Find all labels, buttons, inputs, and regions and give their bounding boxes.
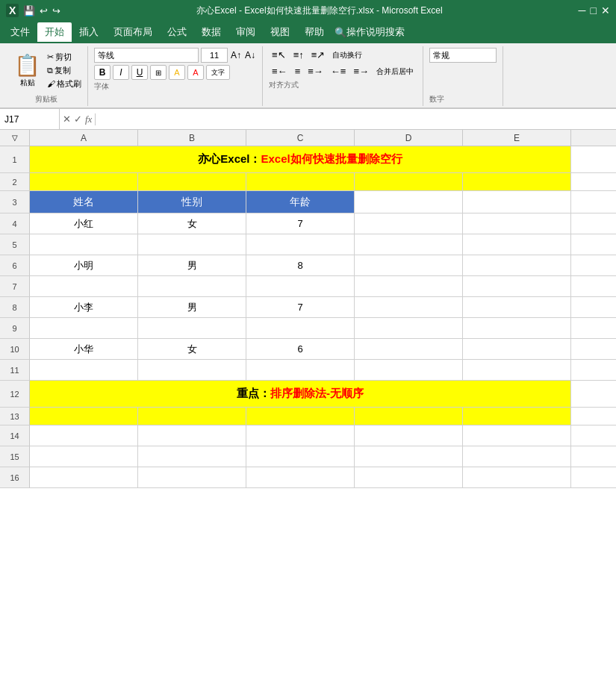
- row-header-14[interactable]: 14: [0, 425, 30, 446]
- phonetic-button[interactable]: 文字: [206, 65, 230, 80]
- cell-d8[interactable]: [355, 297, 463, 318]
- cell-b7[interactable]: [138, 276, 246, 297]
- cell-e14[interactable]: [463, 425, 571, 446]
- close-icon[interactable]: ✕: [601, 4, 610, 16]
- cell-e5[interactable]: [463, 234, 571, 255]
- cell-d15[interactable]: [355, 446, 463, 467]
- cell-b3[interactable]: 性别: [138, 191, 246, 213]
- cell-e13[interactable]: [463, 408, 571, 425]
- search-hint[interactable]: 操作说明搜索: [346, 25, 405, 39]
- menu-item-home[interactable]: 开始: [37, 22, 72, 42]
- cell-a5[interactable]: [30, 234, 138, 255]
- cell-c2[interactable]: [246, 173, 355, 191]
- quick-redo-icon[interactable]: ↪: [52, 5, 60, 16]
- cell-b14[interactable]: [138, 425, 246, 446]
- cell-b9[interactable]: [138, 318, 246, 339]
- row-header-8[interactable]: 8: [0, 297, 30, 318]
- name-box[interactable]: [4, 114, 55, 125]
- font-size-input[interactable]: [201, 48, 228, 63]
- cell-c13[interactable]: [246, 408, 355, 425]
- cell-c4[interactable]: 7: [246, 213, 355, 234]
- cell-c10[interactable]: 6: [246, 339, 355, 360]
- cell-c9[interactable]: [246, 318, 355, 339]
- cell-b16[interactable]: [138, 467, 246, 488]
- cell-b8[interactable]: 男: [138, 297, 246, 318]
- cell-a6[interactable]: 小明: [30, 255, 138, 276]
- cell-e3[interactable]: [463, 191, 571, 213]
- cell-a8[interactable]: 小李: [30, 297, 138, 318]
- cell-b15[interactable]: [138, 446, 246, 467]
- font-size-decrease-button[interactable]: A↓: [244, 49, 256, 61]
- cell-d10[interactable]: [355, 339, 463, 360]
- align-center-button[interactable]: ≡: [292, 64, 304, 78]
- wrap-text-button[interactable]: 自动换行: [329, 49, 365, 62]
- number-format-input[interactable]: [429, 48, 497, 63]
- quick-undo-icon[interactable]: ↩: [40, 5, 48, 16]
- col-header-e[interactable]: E: [463, 130, 571, 146]
- confirm-formula-icon[interactable]: ✓: [74, 113, 82, 125]
- cell-e9[interactable]: [463, 318, 571, 339]
- menu-item-formula[interactable]: 公式: [160, 22, 194, 42]
- cell-e7[interactable]: [463, 276, 571, 297]
- col-header-b[interactable]: B: [138, 130, 246, 146]
- cell-c16[interactable]: [246, 467, 355, 488]
- cell-a11[interactable]: [30, 360, 138, 381]
- cell-b4[interactable]: 女: [138, 213, 246, 234]
- fill-color-button[interactable]: A: [169, 65, 185, 80]
- col-header-a[interactable]: A: [30, 130, 138, 146]
- cell-a7[interactable]: [30, 276, 138, 297]
- formula-input[interactable]: [96, 109, 616, 129]
- cell-c8[interactable]: 7: [246, 297, 355, 318]
- cell-a10[interactable]: 小华: [30, 339, 138, 360]
- cell-c14[interactable]: [246, 425, 355, 446]
- cell-a1[interactable]: 亦心Excel：Excel如何快速批量删除空行: [30, 146, 571, 173]
- cell-c15[interactable]: [246, 446, 355, 467]
- cell-c6[interactable]: 8: [246, 255, 355, 276]
- cell-e10[interactable]: [463, 339, 571, 360]
- cell-c11[interactable]: [246, 360, 355, 381]
- cell-a14[interactable]: [30, 425, 138, 446]
- cell-a13[interactable]: [30, 408, 138, 425]
- cell-d16[interactable]: [355, 467, 463, 488]
- cell-c3[interactable]: 年龄: [246, 191, 355, 213]
- row-header-13[interactable]: 13: [0, 408, 30, 425]
- cell-b10[interactable]: 女: [138, 339, 246, 360]
- font-name-input[interactable]: [94, 48, 199, 63]
- bold-button[interactable]: B: [94, 65, 111, 80]
- cell-b2[interactable]: [138, 173, 246, 191]
- cell-e2[interactable]: [463, 173, 571, 191]
- cell-d5[interactable]: [355, 234, 463, 255]
- cell-a4[interactable]: 小红: [30, 213, 138, 234]
- cell-a15[interactable]: [30, 446, 138, 467]
- cell-d2[interactable]: [355, 173, 463, 191]
- cell-b13[interactable]: [138, 408, 246, 425]
- border-button[interactable]: ⊞: [150, 65, 167, 80]
- col-header-d[interactable]: D: [355, 130, 463, 146]
- cell-a9[interactable]: [30, 318, 138, 339]
- cell-c7[interactable]: [246, 276, 355, 297]
- cell-e8[interactable]: [463, 297, 571, 318]
- row-header-16[interactable]: 16: [0, 467, 30, 488]
- cell-d6[interactable]: [355, 255, 463, 276]
- indent-decrease-button[interactable]: ←≡: [328, 64, 349, 78]
- cell-a2[interactable]: [30, 173, 138, 191]
- menu-item-data[interactable]: 数据: [194, 22, 228, 42]
- insert-function-icon[interactable]: fx: [85, 113, 92, 125]
- row-header-1[interactable]: 1: [0, 146, 30, 173]
- quick-save-icon[interactable]: 💾: [23, 5, 35, 16]
- row-header-9[interactable]: 9: [0, 318, 30, 339]
- cell-d14[interactable]: [355, 425, 463, 446]
- align-top-left-button[interactable]: ≡↖: [269, 48, 289, 62]
- menu-item-insert[interactable]: 插入: [72, 22, 106, 42]
- cell-e6[interactable]: [463, 255, 571, 276]
- row-header-10[interactable]: 10: [0, 339, 30, 360]
- col-header-c[interactable]: C: [246, 130, 355, 146]
- cell-d11[interactable]: [355, 360, 463, 381]
- maximize-icon[interactable]: □: [591, 4, 597, 16]
- select-all-icon[interactable]: ▽: [12, 134, 18, 142]
- cell-e15[interactable]: [463, 446, 571, 467]
- cell-b5[interactable]: [138, 234, 246, 255]
- row-header-3[interactable]: 3: [0, 191, 30, 213]
- menu-item-review[interactable]: 审阅: [228, 22, 263, 42]
- merge-center-button[interactable]: 合并后居中: [373, 65, 417, 78]
